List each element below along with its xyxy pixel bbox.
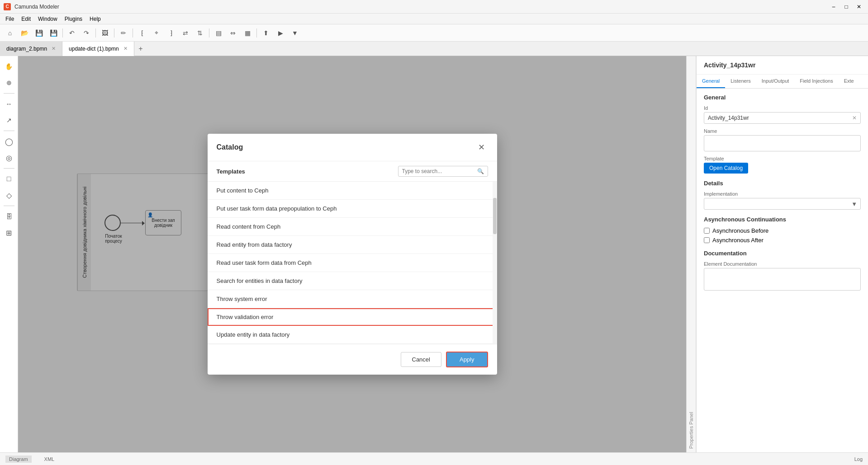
align-center-button[interactable]: ⌖: [150, 27, 163, 39]
modal-scrollbar[interactable]: [493, 182, 497, 344]
maximize-button[interactable]: □: [841, 2, 852, 11]
async-before-row: Asynchronous Before: [704, 227, 861, 234]
tab-close-icon[interactable]: ✕: [52, 46, 56, 52]
save-button[interactable]: 💾: [33, 27, 45, 39]
menu-help[interactable]: Help: [86, 15, 104, 23]
menu-bar: File Edit Window Plugins Help: [0, 14, 868, 24]
tab-label: diagram_2.bpmn: [6, 46, 47, 52]
tab-input-output[interactable]: Input/Output: [756, 75, 795, 88]
menu-window[interactable]: Window: [34, 15, 61, 23]
global-connect-button[interactable]: ⇔: [227, 27, 239, 39]
distribute-h-button[interactable]: ⇄: [179, 27, 192, 39]
async-after-checkbox[interactable]: [704, 237, 710, 243]
catalog-item-throw-validation[interactable]: Throw validation error: [208, 308, 497, 326]
run-button[interactable]: ▶: [274, 27, 287, 39]
tab-update-dict[interactable]: update-dict (1).bpmn ✕: [62, 42, 134, 56]
modal-overlay: Catalog ✕ Templates 🔍 Put content to Cep…: [18, 56, 686, 452]
catalog-modal: Catalog ✕ Templates 🔍 Put content to Cep…: [208, 134, 497, 375]
id-field-label: Id: [704, 105, 861, 111]
search-box[interactable]: 🔍: [398, 166, 488, 177]
add-tab-button[interactable]: +: [134, 42, 147, 56]
hand-tool[interactable]: ✋: [2, 60, 16, 73]
tab-extension[interactable]: Exte: [839, 75, 859, 88]
status-tab-xml[interactable]: XML: [41, 456, 58, 463]
async-before-checkbox[interactable]: [704, 228, 710, 234]
catalog-item-put-content-ceph[interactable]: Put content to Ceph: [208, 182, 497, 200]
modal-close-button[interactable]: ✕: [475, 141, 488, 154]
left-separator-3: [4, 168, 14, 169]
tab-close-icon[interactable]: ✕: [123, 46, 128, 52]
tab-diagram-2[interactable]: diagram_2.bpmn ✕: [0, 42, 62, 56]
window-controls: – □ ✕: [828, 2, 864, 11]
open-button[interactable]: 📂: [18, 27, 31, 39]
lasso-tool[interactable]: ⊕: [2, 76, 16, 89]
async-section: Asynchronous Continuations Asynchronous …: [704, 216, 861, 244]
save-as-button[interactable]: 💾: [47, 27, 60, 39]
hand-tool-button[interactable]: ▦: [241, 27, 254, 39]
catalog-item-search-entities[interactable]: Search for entities in data factory: [208, 272, 497, 290]
image-button[interactable]: 🖼: [99, 27, 111, 39]
gateway-tool[interactable]: ◇: [2, 188, 16, 202]
modal-footer: Cancel Apply: [208, 344, 497, 375]
catalog-item-put-user-task[interactable]: Put user task form data prepopulation to…: [208, 200, 497, 218]
distribute-v-button[interactable]: ⇅: [194, 27, 206, 39]
element-doc-textarea[interactable]: [704, 268, 861, 291]
modal-toolbar: Templates 🔍: [208, 161, 497, 182]
search-input[interactable]: [402, 168, 474, 174]
status-tab-diagram[interactable]: Diagram: [5, 456, 32, 463]
deploy-button[interactable]: ⬆: [260, 27, 272, 39]
close-button[interactable]: ✕: [854, 2, 864, 11]
async-section-title: Asynchronous Continuations: [704, 216, 861, 223]
data-store-tool[interactable]: 🗄: [2, 210, 16, 223]
name-field[interactable]: [704, 135, 861, 151]
async-before-label: Asynchronous Before: [712, 227, 768, 234]
impl-select-wrapper: ▼: [704, 198, 861, 210]
catalog-item-throw-system[interactable]: Throw system error: [208, 290, 497, 308]
catalog-item-read-user-task[interactable]: Read user task form data from Ceph: [208, 254, 497, 272]
templates-label: Templates: [217, 168, 245, 175]
app-icon: C: [4, 3, 11, 10]
separator-1: [62, 28, 63, 38]
modal-body[interactable]: Put content to Ceph Put user task form d…: [208, 182, 497, 344]
details-section: Details Implementation ▼: [704, 180, 861, 210]
menu-edit[interactable]: Edit: [18, 15, 34, 23]
main-area: ✋ ⊕ ↔ ↗ ◯ ◎ □ ◇ 🗄 ⊞ Створення довідника …: [0, 56, 868, 452]
modal-title: Catalog: [217, 143, 243, 151]
separator-6: [256, 28, 257, 38]
more-button[interactable]: ▼: [289, 27, 301, 39]
align-left-button[interactable]: ⁅: [136, 27, 148, 39]
app-title: Camunda Modeler: [14, 4, 59, 10]
space-tool-button[interactable]: ▤: [212, 27, 225, 39]
canvas[interactable]: Створення довідника хімічного довільні П…: [18, 56, 686, 452]
id-field[interactable]: Activity_14p31wr ✕: [704, 112, 861, 124]
edit-mode-button[interactable]: ✏: [117, 27, 130, 39]
minimize-button[interactable]: –: [828, 2, 839, 11]
menu-file[interactable]: File: [2, 15, 18, 23]
tab-listeners[interactable]: Listeners: [725, 75, 756, 88]
menu-plugins[interactable]: Plugins: [61, 15, 86, 23]
global-connect[interactable]: ↗: [2, 113, 16, 127]
space-tool[interactable]: ↔: [2, 97, 16, 111]
catalog-item-update-entity[interactable]: Update entity in data factory: [208, 326, 497, 344]
catalog-item-read-content-ceph[interactable]: Read content from Ceph: [208, 218, 497, 236]
subprocess-tool[interactable]: ⊞: [2, 226, 16, 240]
intermediate-event-tool[interactable]: ◎: [2, 151, 16, 164]
details-section-title: Details: [704, 180, 861, 187]
modal-scrollbar-thumb[interactable]: [493, 198, 497, 234]
catalog-item-read-entity-factory[interactable]: Read entity from data factory: [208, 236, 497, 254]
tab-field-injections[interactable]: Field Injections: [794, 75, 838, 88]
start-event-tool[interactable]: ◯: [2, 135, 16, 148]
align-right-button[interactable]: ⁆: [165, 27, 177, 39]
documentation-section-title: Documentation: [704, 250, 861, 257]
cancel-button[interactable]: Cancel: [401, 352, 441, 367]
home-button[interactable]: ⌂: [4, 27, 16, 39]
log-button[interactable]: Log: [854, 456, 863, 462]
undo-button[interactable]: ↶: [66, 27, 78, 39]
clear-id-icon[interactable]: ✕: [852, 115, 857, 121]
open-catalog-button[interactable]: Open Catalog: [704, 163, 748, 174]
implementation-select[interactable]: [704, 198, 861, 210]
apply-button[interactable]: Apply: [446, 352, 488, 367]
tab-general[interactable]: General: [697, 75, 725, 88]
redo-button[interactable]: ↷: [80, 27, 93, 39]
task-tool[interactable]: □: [2, 172, 16, 186]
